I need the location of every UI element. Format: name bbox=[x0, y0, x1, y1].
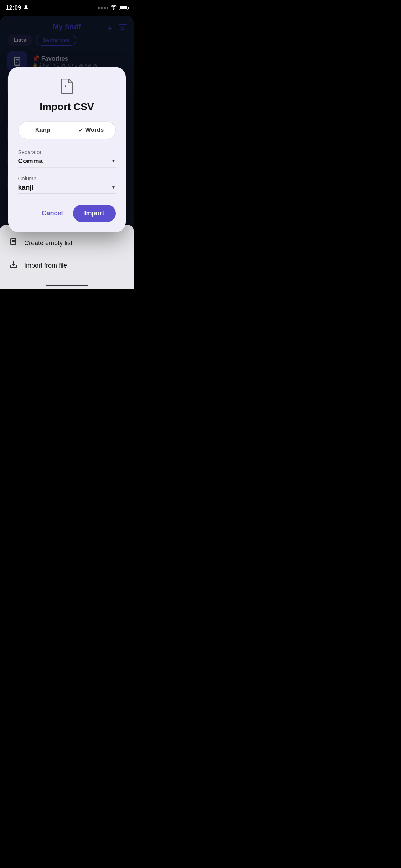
separator-dropdown[interactable]: Comma ▼ bbox=[18, 156, 116, 167]
column-field[interactable]: Column kanji ▼ bbox=[18, 175, 116, 194]
separator-field[interactable]: Separator Comma ▼ bbox=[18, 149, 116, 167]
column-label: Column bbox=[18, 175, 116, 181]
person-icon bbox=[23, 4, 29, 12]
separator-dropdown-arrow[interactable]: ▼ bbox=[112, 159, 116, 164]
import-button[interactable]: Import bbox=[73, 205, 116, 222]
cancel-button[interactable]: Cancel bbox=[39, 205, 66, 221]
create-list-icon bbox=[9, 238, 19, 248]
battery-icon bbox=[119, 6, 128, 10]
modal-actions: Cancel Import bbox=[18, 205, 116, 222]
type-toggle-group[interactable]: Kanji Words bbox=[18, 121, 116, 139]
home-indicator bbox=[46, 285, 88, 286]
wifi-icon bbox=[110, 5, 117, 11]
create-list-label: Create empty list bbox=[24, 239, 72, 247]
signal-icon bbox=[98, 7, 108, 9]
toggle-kanji[interactable]: Kanji bbox=[19, 122, 67, 139]
import-file-icon bbox=[9, 260, 19, 271]
csv-file-icon bbox=[59, 89, 75, 95]
modal-title: Import CSV bbox=[18, 101, 116, 113]
column-dropdown[interactable]: kanji ▼ bbox=[18, 183, 116, 194]
bottom-sheet: Create empty list Import from file bbox=[0, 225, 134, 289]
column-value: kanji bbox=[18, 184, 34, 191]
status-time-group: 12:09 bbox=[6, 4, 29, 12]
column-dropdown-arrow[interactable]: ▼ bbox=[112, 185, 116, 190]
status-time: 12:09 bbox=[6, 4, 21, 11]
bottom-sheet-item-import[interactable]: Import from file bbox=[9, 254, 125, 277]
separator-value: Comma bbox=[18, 157, 43, 165]
toggle-words[interactable]: Words bbox=[67, 122, 115, 139]
svg-point-0 bbox=[25, 5, 27, 7]
status-right bbox=[98, 5, 128, 11]
import-csv-modal: Import CSV Kanji Words Separator Comma ▼… bbox=[8, 67, 126, 232]
modal-icon-container bbox=[18, 78, 116, 95]
bottom-sheet-item-create[interactable]: Create empty list bbox=[9, 232, 125, 254]
status-bar: 12:09 bbox=[0, 0, 134, 16]
separator-label: Separator bbox=[18, 149, 116, 155]
import-file-label: Import from file bbox=[24, 262, 67, 269]
svg-point-1 bbox=[113, 9, 114, 10]
